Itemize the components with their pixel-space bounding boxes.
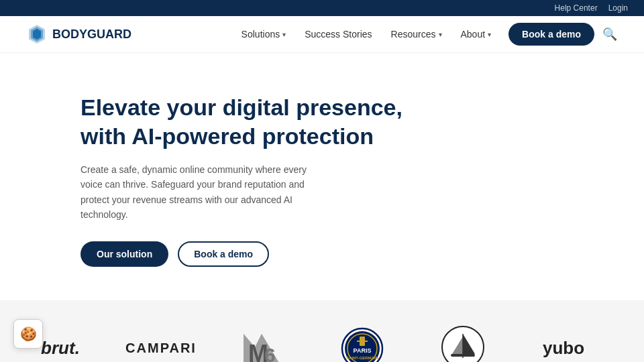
nav-links: Solutions ▾ Success Stories Resources ▾ … [235, 25, 498, 44]
topbar: Help Center Login [0, 0, 644, 16]
list-item: yubo [530, 338, 597, 359]
svg-text:PARIS: PARIS [354, 347, 372, 354]
hero-heading: Elevate your digital presence, with AI-p… [80, 93, 443, 150]
list-item: M 6 [228, 327, 295, 362]
m6-logo: M 6 [240, 327, 283, 362]
hero-description: Create a safe, dynamic online community … [80, 162, 309, 223]
search-button[interactable]: 🔍 [602, 27, 617, 42]
nav-book-demo-button[interactable]: Book a demo [508, 23, 594, 46]
hero-buttons: Our solution Book a demo [80, 241, 443, 267]
hero-section: Elevate your digital presence, with AI-p… [0, 53, 470, 300]
list-item: ▐ [631, 338, 644, 359]
solutions-chevron-icon: ▾ [282, 31, 286, 38]
main-nav: BODYGUARD Solutions ▾ Success Stories Re… [0, 16, 644, 53]
help-center-link[interactable]: Help Center [555, 3, 598, 13]
yubo-logo: yubo [543, 338, 584, 359]
list-item: PARIS SAINT-GERMAIN [329, 327, 396, 362]
hero-book-demo-button[interactable]: Book a demo [178, 241, 269, 267]
nav-success-stories[interactable]: Success Stories [298, 25, 378, 44]
cookie-notice-button[interactable]: 🍪 [13, 319, 43, 349]
logos-track: brut. CAMPARI M 6 [0, 324, 644, 362]
nav-about[interactable]: About ▾ [454, 25, 498, 44]
about-chevron-icon: ▾ [488, 31, 491, 38]
our-solution-button[interactable]: Our solution [80, 241, 168, 267]
brut-logo: brut. [41, 338, 80, 359]
petit-bateau-logo: PETIT BATEAU [440, 324, 486, 362]
logos-section: brut. CAMPARI M 6 [0, 300, 644, 362]
cookie-icon: 🍪 [20, 326, 37, 342]
svg-rect-13 [357, 341, 368, 342]
list-item: PETIT BATEAU [429, 324, 496, 362]
campari-logo: CAMPARI [125, 341, 197, 356]
psg-logo: PARIS SAINT-GERMAIN [341, 327, 384, 362]
svg-text:SAINT-GERMAIN: SAINT-GERMAIN [346, 356, 378, 360]
list-item: CAMPARI [127, 341, 195, 356]
login-link[interactable]: Login [608, 3, 628, 13]
svg-text:6: 6 [264, 344, 276, 362]
logo-link[interactable]: BODYGUARD [27, 24, 131, 44]
bodyguard-logo-icon [27, 24, 47, 44]
resources-chevron-icon: ▾ [439, 31, 442, 38]
search-icon: 🔍 [602, 27, 617, 41]
nav-resources[interactable]: Resources ▾ [384, 25, 449, 44]
logo-text: BODYGUARD [52, 27, 131, 42]
nav-solutions[interactable]: Solutions ▾ [235, 25, 293, 44]
